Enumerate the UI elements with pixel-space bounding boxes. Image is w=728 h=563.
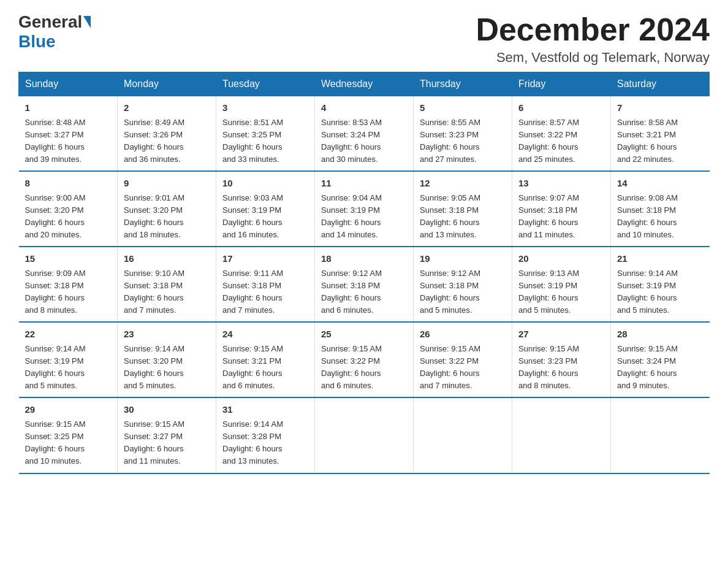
- day-number: 2: [124, 101, 210, 115]
- calendar-cell: 6Sunrise: 8:57 AM Sunset: 3:22 PM Daylig…: [512, 96, 611, 172]
- day-info: Sunrise: 9:15 AM Sunset: 3:24 PM Dayligh…: [617, 343, 703, 393]
- calendar-cell: 30Sunrise: 9:15 AM Sunset: 3:27 PM Dayli…: [118, 397, 216, 473]
- calendar-cell: 2Sunrise: 8:49 AM Sunset: 3:26 PM Daylig…: [118, 96, 216, 172]
- day-info: Sunrise: 9:07 AM Sunset: 3:18 PM Dayligh…: [518, 192, 604, 242]
- day-number: 10: [222, 177, 308, 191]
- day-number: 7: [617, 101, 703, 115]
- day-number: 1: [25, 101, 112, 115]
- day-info: Sunrise: 9:15 AM Sunset: 3:27 PM Dayligh…: [124, 418, 210, 468]
- calendar-cell: 16Sunrise: 9:10 AM Sunset: 3:18 PM Dayli…: [118, 247, 216, 322]
- day-info: Sunrise: 9:15 AM Sunset: 3:22 PM Dayligh…: [420, 343, 506, 393]
- day-info: Sunrise: 8:55 AM Sunset: 3:23 PM Dayligh…: [420, 117, 506, 166]
- calendar-cell: 14Sunrise: 9:08 AM Sunset: 3:18 PM Dayli…: [611, 171, 710, 247]
- day-number: 28: [617, 327, 703, 342]
- calendar-cell: 15Sunrise: 9:09 AM Sunset: 3:18 PM Dayli…: [19, 247, 118, 322]
- day-info: Sunrise: 8:58 AM Sunset: 3:21 PM Dayligh…: [617, 117, 703, 166]
- calendar-cell: [315, 397, 414, 473]
- calendar-cell: 7Sunrise: 8:58 AM Sunset: 3:21 PM Daylig…: [611, 96, 710, 172]
- day-info: Sunrise: 8:49 AM Sunset: 3:26 PM Dayligh…: [124, 117, 210, 166]
- calendar-cell: [414, 397, 512, 473]
- day-of-week-thursday: Thursday: [414, 72, 512, 96]
- calendar-table: SundayMondayTuesdayWednesdayThursdayFrid…: [18, 72, 710, 473]
- logo-general-text: General: [18, 12, 82, 32]
- logo-triangle-icon: [83, 16, 91, 28]
- day-info: Sunrise: 9:03 AM Sunset: 3:19 PM Dayligh…: [222, 192, 308, 242]
- day-of-week-tuesday: Tuesday: [216, 72, 315, 96]
- day-info: Sunrise: 9:05 AM Sunset: 3:18 PM Dayligh…: [420, 192, 506, 242]
- day-info: Sunrise: 9:12 AM Sunset: 3:18 PM Dayligh…: [321, 267, 407, 317]
- day-number: 19: [420, 252, 506, 266]
- day-number: 9: [124, 177, 210, 191]
- calendar-cell: 1Sunrise: 8:48 AM Sunset: 3:27 PM Daylig…: [19, 96, 118, 172]
- day-number: 25: [321, 327, 407, 342]
- day-info: Sunrise: 9:04 AM Sunset: 3:19 PM Dayligh…: [321, 192, 407, 242]
- day-info: Sunrise: 8:51 AM Sunset: 3:25 PM Dayligh…: [222, 117, 308, 166]
- day-info: Sunrise: 8:48 AM Sunset: 3:27 PM Dayligh…: [25, 117, 112, 166]
- calendar-cell: 20Sunrise: 9:13 AM Sunset: 3:19 PM Dayli…: [512, 247, 611, 322]
- calendar-cell: 3Sunrise: 8:51 AM Sunset: 3:25 PM Daylig…: [216, 96, 315, 172]
- day-info: Sunrise: 9:15 AM Sunset: 3:22 PM Dayligh…: [321, 343, 407, 393]
- day-number: 26: [420, 327, 506, 342]
- day-of-week-wednesday: Wednesday: [315, 72, 414, 96]
- calendar-cell: 27Sunrise: 9:15 AM Sunset: 3:23 PM Dayli…: [512, 322, 611, 397]
- day-info: Sunrise: 9:12 AM Sunset: 3:18 PM Dayligh…: [420, 267, 506, 317]
- day-info: Sunrise: 9:14 AM Sunset: 3:19 PM Dayligh…: [617, 267, 703, 317]
- calendar-cell: [611, 397, 710, 473]
- day-info: Sunrise: 9:13 AM Sunset: 3:19 PM Dayligh…: [518, 267, 604, 317]
- logo-blue-text: Blue: [18, 32, 56, 51]
- day-number: 22: [25, 327, 112, 342]
- day-info: Sunrise: 9:09 AM Sunset: 3:18 PM Dayligh…: [25, 267, 112, 317]
- calendar-cell: 13Sunrise: 9:07 AM Sunset: 3:18 PM Dayli…: [512, 171, 611, 247]
- day-of-week-friday: Friday: [512, 72, 611, 96]
- calendar-cell: [512, 397, 611, 473]
- day-of-week-sunday: Sunday: [19, 72, 118, 96]
- calendar-cell: 25Sunrise: 9:15 AM Sunset: 3:22 PM Dayli…: [315, 322, 414, 397]
- day-number: 11: [321, 177, 407, 191]
- days-of-week-row: SundayMondayTuesdayWednesdayThursdayFrid…: [19, 72, 710, 96]
- calendar-header: SundayMondayTuesdayWednesdayThursdayFrid…: [19, 72, 710, 96]
- calendar-cell: 22Sunrise: 9:14 AM Sunset: 3:19 PM Dayli…: [19, 322, 118, 397]
- calendar-cell: 4Sunrise: 8:53 AM Sunset: 3:24 PM Daylig…: [315, 96, 414, 172]
- day-info: Sunrise: 9:14 AM Sunset: 3:20 PM Dayligh…: [124, 343, 210, 393]
- calendar-cell: 28Sunrise: 9:15 AM Sunset: 3:24 PM Dayli…: [611, 322, 710, 397]
- calendar-cell: 24Sunrise: 9:15 AM Sunset: 3:21 PM Dayli…: [216, 322, 315, 397]
- day-info: Sunrise: 9:14 AM Sunset: 3:28 PM Dayligh…: [222, 418, 308, 468]
- day-of-week-monday: Monday: [118, 72, 216, 96]
- day-info: Sunrise: 9:14 AM Sunset: 3:19 PM Dayligh…: [25, 343, 112, 393]
- calendar-week-4: 22Sunrise: 9:14 AM Sunset: 3:19 PM Dayli…: [19, 322, 710, 397]
- day-number: 13: [518, 177, 604, 191]
- day-number: 31: [222, 403, 308, 417]
- day-info: Sunrise: 9:15 AM Sunset: 3:21 PM Dayligh…: [222, 343, 308, 393]
- day-info: Sunrise: 8:53 AM Sunset: 3:24 PM Dayligh…: [321, 117, 407, 166]
- day-info: Sunrise: 9:15 AM Sunset: 3:23 PM Dayligh…: [518, 343, 604, 393]
- calendar-cell: 31Sunrise: 9:14 AM Sunset: 3:28 PM Dayli…: [216, 397, 315, 473]
- calendar-cell: 8Sunrise: 9:00 AM Sunset: 3:20 PM Daylig…: [19, 171, 118, 247]
- day-number: 17: [222, 252, 308, 266]
- day-info: Sunrise: 9:00 AM Sunset: 3:20 PM Dayligh…: [25, 192, 112, 242]
- day-info: Sunrise: 9:08 AM Sunset: 3:18 PM Dayligh…: [617, 192, 703, 242]
- calendar-week-3: 15Sunrise: 9:09 AM Sunset: 3:18 PM Dayli…: [19, 247, 710, 322]
- calendar-cell: 17Sunrise: 9:11 AM Sunset: 3:18 PM Dayli…: [216, 247, 315, 322]
- day-number: 15: [25, 252, 112, 266]
- day-number: 12: [420, 177, 506, 191]
- calendar-cell: 23Sunrise: 9:14 AM Sunset: 3:20 PM Dayli…: [118, 322, 216, 397]
- calendar-cell: 19Sunrise: 9:12 AM Sunset: 3:18 PM Dayli…: [414, 247, 512, 322]
- calendar-week-5: 29Sunrise: 9:15 AM Sunset: 3:25 PM Dayli…: [19, 397, 710, 473]
- title-section: December 2024 Sem, Vestfold og Telemark,…: [476, 12, 710, 66]
- day-number: 29: [25, 403, 112, 417]
- calendar-cell: 10Sunrise: 9:03 AM Sunset: 3:19 PM Dayli…: [216, 171, 315, 247]
- day-number: 27: [518, 327, 604, 342]
- day-number: 14: [617, 177, 703, 191]
- day-number: 3: [222, 101, 308, 115]
- calendar-cell: 21Sunrise: 9:14 AM Sunset: 3:19 PM Dayli…: [611, 247, 710, 322]
- calendar-week-1: 1Sunrise: 8:48 AM Sunset: 3:27 PM Daylig…: [19, 96, 710, 172]
- calendar-cell: 12Sunrise: 9:05 AM Sunset: 3:18 PM Dayli…: [414, 171, 512, 247]
- day-number: 30: [124, 403, 210, 417]
- calendar-cell: 18Sunrise: 9:12 AM Sunset: 3:18 PM Dayli…: [315, 247, 414, 322]
- calendar-cell: 29Sunrise: 9:15 AM Sunset: 3:25 PM Dayli…: [19, 397, 118, 473]
- day-number: 6: [518, 101, 604, 115]
- day-number: 8: [25, 177, 112, 191]
- day-of-week-saturday: Saturday: [611, 72, 710, 96]
- calendar-cell: 11Sunrise: 9:04 AM Sunset: 3:19 PM Dayli…: [315, 171, 414, 247]
- day-info: Sunrise: 9:10 AM Sunset: 3:18 PM Dayligh…: [124, 267, 210, 317]
